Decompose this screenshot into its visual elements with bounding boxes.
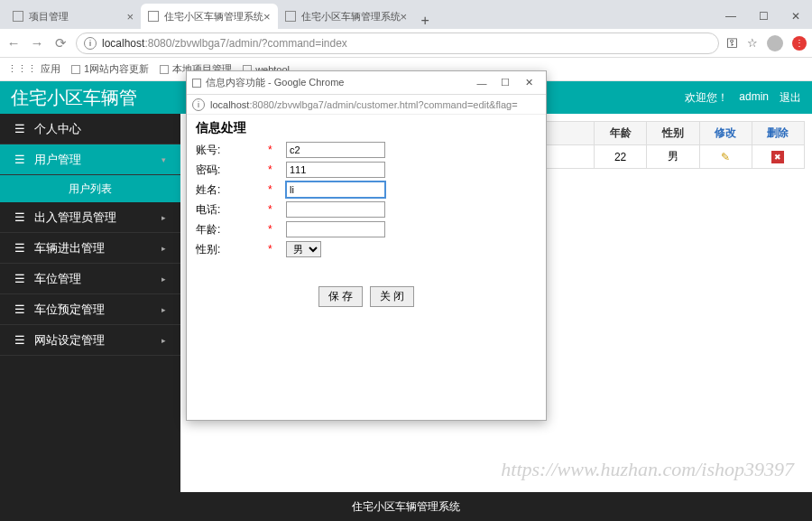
file-icon (13, 11, 23, 22)
save-button[interactable]: 保 存 (318, 286, 363, 307)
name-input[interactable] (286, 181, 385, 198)
file-icon (192, 79, 201, 88)
popup-url-bar: i localhost:8080/zbvwlbga7/admin/custome… (187, 95, 546, 115)
menu-icon: ☰ (14, 122, 27, 135)
menu-icon: ☰ (14, 210, 27, 224)
sidebar-item-access[interactable]: ☰出入管理员管理▸ (0, 202, 180, 233)
chevron-right-icon: ▸ (161, 213, 166, 222)
browser-toolbar: ← → ⟳ i localhost:8080/zbvwlbga7/admin/?… (0, 29, 812, 58)
phone-input[interactable] (286, 201, 385, 218)
minimize-icon[interactable]: — (470, 74, 494, 92)
sidebar-item-vehicle[interactable]: ☰车辆进出管理▸ (0, 233, 180, 264)
tab-title: 项目管理 (29, 10, 69, 23)
admin-link[interactable]: admin (739, 90, 769, 106)
tab-title: 住宅小区车辆管理系统 (164, 10, 263, 23)
sidebar-subitem-userlist[interactable]: 用户列表 (0, 175, 180, 202)
close-button[interactable]: 关 闭 (370, 286, 414, 307)
age-input[interactable] (286, 221, 385, 237)
url-path: /zbvwlbga7/admin/?command=index (171, 37, 346, 50)
browser-tab-active[interactable]: 住宅小区车辆管理系统 × (141, 4, 278, 29)
col-del: 删除 (752, 122, 804, 145)
close-icon[interactable]: × (263, 10, 271, 23)
url-port: :8080 (144, 37, 171, 50)
menu-icon: ☰ (14, 153, 27, 166)
close-icon[interactable]: ✕ (517, 74, 540, 92)
minimize-icon[interactable]: — (715, 4, 747, 29)
menu-badge-icon[interactable]: ⋮ (792, 36, 807, 51)
close-icon[interactable]: × (401, 10, 408, 23)
browser-titlebar: 项目管理 × 住宅小区车辆管理系统 × 住宅小区车辆管理系统 × + — ☐ ✕ (0, 0, 812, 29)
app-footer: 住宅小区车辆管理系统 (0, 492, 812, 521)
chevron-right-icon: ▸ (161, 305, 166, 314)
forward-icon[interactable]: → (29, 35, 45, 51)
popup-window: 信息内容功能 - Google Chrome — ☐ ✕ i localhost… (186, 70, 547, 421)
url-host: localhost (102, 37, 144, 50)
col-gender: 性别 (647, 122, 699, 145)
sidebar-item-site[interactable]: ☰网站设定管理▸ (0, 325, 180, 356)
address-bar[interactable]: i localhost:8080/zbvwlbga7/admin/?comman… (76, 33, 719, 54)
delete-icon[interactable]: ✖ (771, 151, 784, 163)
app-title: 住宅小区车辆管 (11, 86, 137, 110)
popup-body: 信息处理 账号:* 密码:* 姓名:* 电话:* 年龄:* 性别:*男 保 存 … (187, 115, 546, 312)
chevron-down-icon: ▾ (161, 155, 166, 164)
back-icon[interactable]: ← (5, 35, 22, 51)
maximize-icon[interactable]: ☐ (747, 4, 780, 29)
new-tab-button[interactable]: + (414, 13, 436, 29)
file-icon (285, 11, 296, 22)
label-gender: 性别: (196, 242, 268, 257)
col-age: 年龄 (595, 122, 647, 145)
label-age: 年龄: (196, 222, 268, 237)
tab-title: 住宅小区车辆管理系统 (301, 10, 401, 23)
sidebar-item-users[interactable]: ☰用户管理▾ (0, 144, 180, 175)
info-icon[interactable]: i (84, 37, 97, 50)
password-input[interactable] (286, 162, 385, 178)
popup-heading: 信息处理 (196, 120, 537, 136)
chevron-right-icon: ▸ (161, 336, 166, 345)
bookmark-item[interactable]: 1网站内容更新 (71, 62, 149, 76)
reload-icon[interactable]: ⟳ (52, 35, 69, 51)
menu-icon: ☰ (14, 241, 27, 255)
chevron-right-icon: ▸ (161, 274, 166, 284)
apps-button[interactable]: ⋮⋮⋮ 应用 (7, 62, 60, 76)
close-icon[interactable]: ✕ (780, 4, 812, 29)
sidebar-item-reserve[interactable]: ☰车位预定管理▸ (0, 294, 180, 325)
edit-icon[interactable]: ✎ (721, 151, 730, 163)
account-input[interactable] (286, 142, 385, 158)
label-account: 账号: (196, 143, 268, 158)
sidebar: ☰个人中心 ☰用户管理▾ 用户列表 ☰出入管理员管理▸ ☰车辆进出管理▸ ☰车位… (0, 114, 180, 492)
star-icon[interactable]: ☆ (747, 36, 758, 50)
sidebar-item-personal[interactable]: ☰个人中心 (0, 114, 180, 144)
gender-select[interactable]: 男 (286, 241, 321, 257)
close-icon[interactable]: × (126, 10, 134, 23)
label-password: 密码: (196, 163, 268, 178)
cell-age: 22 (595, 145, 647, 169)
welcome-text: 欢迎您！ (685, 90, 728, 106)
browser-tab[interactable]: 项目管理 × (5, 4, 141, 29)
sidebar-item-parking[interactable]: ☰车位管理▸ (0, 264, 180, 294)
menu-icon: ☰ (14, 302, 27, 316)
label-phone: 电话: (196, 202, 268, 218)
file-icon (148, 11, 159, 22)
key-icon[interactable]: ⚿ (726, 36, 738, 50)
logout-link[interactable]: 退出 (780, 90, 801, 106)
browser-tab[interactable]: 住宅小区车辆管理系统 × (278, 4, 415, 29)
menu-icon: ☰ (14, 333, 27, 347)
chevron-right-icon: ▸ (161, 244, 166, 253)
info-icon[interactable]: i (192, 98, 205, 111)
maximize-icon[interactable]: ☐ (494, 74, 517, 92)
avatar-icon[interactable] (767, 35, 783, 51)
label-name: 姓名: (196, 182, 268, 198)
cell-gender: 男 (647, 145, 699, 169)
window-controls: — ☐ ✕ (715, 4, 812, 29)
col-edit: 修改 (699, 122, 752, 145)
menu-icon: ☰ (14, 272, 27, 285)
popup-title-text: 信息内容功能 - Google Chrome (206, 76, 344, 89)
watermark: https://www.huzhan.com/ishop39397 (501, 458, 794, 481)
popup-titlebar[interactable]: 信息内容功能 - Google Chrome — ☐ ✕ (187, 71, 546, 95)
